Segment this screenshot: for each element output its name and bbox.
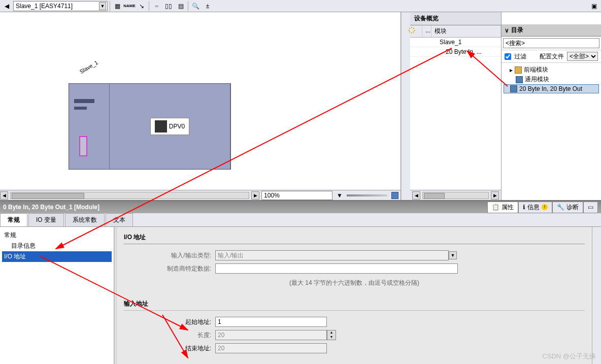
io-type-label: 输入/输出类型: (124, 251, 215, 260)
slot-module[interactable]: DPV0 (110, 84, 230, 169)
start-addr-label: 起始地址: (124, 318, 215, 326)
tab-io-vars[interactable]: IO 变量 (28, 213, 64, 226)
row-vendor: 制造商特定数据: (124, 263, 585, 274)
device-canvas[interactable]: Slave_1 DPV0 (0, 12, 400, 190)
overview-module-col[interactable]: 模块 (431, 25, 501, 37)
start-addr-field[interactable] (215, 317, 327, 327)
grid-icon[interactable]: ▦ (112, 1, 122, 11)
nav-general[interactable]: 常规 (2, 230, 112, 241)
overview-grid: ꙰ ... 模块 Slave_1 20 Byte In, ... (410, 25, 501, 190)
panel-icon[interactable]: ▤ (176, 1, 186, 11)
properties-title: 0 Byte In, 20 Byte Out_1 [Module] (3, 204, 99, 211)
length-field (215, 330, 327, 340)
fit-icon[interactable] (391, 192, 398, 199)
chip-icon (155, 120, 167, 133)
device-dropdown[interactable]: Slave_1 [EASY4711] ▼ (13, 1, 108, 11)
row-module-name: Slave_1 (431, 38, 464, 47)
canvas-wrap: Slave_1 DPV0 ◀ (0, 12, 401, 200)
overview-scroll: ◀ ▶ (410, 190, 501, 200)
device-rack: DPV0 (69, 83, 231, 170)
nav-left-icon[interactable]: ◀ (2, 2, 11, 11)
module-icon (510, 85, 517, 92)
arrow-icon[interactable]: ↘ (137, 1, 147, 11)
scroll-left-icon[interactable]: ◀ (0, 191, 8, 200)
chevron-down-icon: ∨ (505, 27, 509, 34)
folder-icon (515, 67, 522, 74)
section-io-address: I/O 地址 (124, 231, 585, 244)
catalog-tree: ▸ 前端模块 通用模块 20 Byte In, 20 Byte Out (502, 63, 601, 200)
main-area: Slave_1 DPV0 ◀ (0, 12, 601, 200)
overview-tab[interactable]: 设备概览 (410, 12, 501, 25)
row-start-addr: 起始地址: (124, 317, 585, 327)
zoom-caret-icon[interactable]: ▼ (337, 192, 343, 199)
zoom-dropdown-icon[interactable]: ± (203, 1, 213, 11)
zoom-in-icon[interactable]: 🔍 (190, 1, 201, 11)
nav-catalog-info[interactable]: 目录信息 (2, 241, 112, 251)
properties-header: 0 Byte In, 20 Byte Out_1 [Module] 📋 属性 ℹ… (0, 201, 601, 213)
tab-properties[interactable]: 📋 属性 (487, 202, 518, 213)
device-block[interactable]: Slave_1 DPV0 (69, 83, 231, 170)
vendor-field[interactable] (215, 263, 458, 274)
nav-io-address[interactable]: I/O 地址 (2, 251, 112, 262)
info-icon: ℹ (523, 204, 525, 211)
tree-label: 20 Byte In, 20 Byte Out (519, 85, 582, 92)
scroll-right-icon[interactable]: ▶ (251, 191, 259, 200)
name-icon[interactable]: NAME (124, 1, 135, 11)
table-row[interactable]: Slave_1 (410, 38, 501, 47)
network-icon[interactable]: ⎓ (151, 1, 161, 11)
tab-system-const[interactable]: 系统常数 (65, 213, 105, 226)
end-addr-field (215, 343, 327, 353)
property-body: 常规 目录信息 I/O 地址 I/O 地址 输入/输出类型: ▼ 制造商特定数据… (0, 227, 601, 364)
tree-item-20byte[interactable]: 20 Byte In, 20 Byte Out (504, 84, 599, 93)
chip-label: DPV0 (150, 118, 189, 135)
slot-bar-icon (74, 99, 94, 103)
tab-general[interactable]: 常规 (0, 213, 27, 226)
vendor-hint: (最大 14 字节的十六进制数，由逗号或空格分隔) (124, 277, 585, 293)
overview-dots-col: ... (422, 25, 431, 37)
tree-item-general-module[interactable]: 通用模块 (504, 75, 599, 84)
tree-label: 前端模块 (524, 65, 548, 74)
tab-layout-icon[interactable]: ▭ (583, 202, 598, 213)
diagnostic-icon: 🔧 (557, 204, 564, 211)
h-scrollbar[interactable] (422, 192, 489, 199)
connector-icon[interactable] (79, 136, 87, 156)
tree-item-front-module[interactable]: ▸ 前端模块 (504, 65, 599, 75)
top-toolbar: ◀ Slave_1 [EASY4711] ▼ ▦ NAME ↘ ⎓ ▯▯ ▤ 🔍… (0, 0, 601, 12)
property-content: I/O 地址 输入/输出类型: ▼ 制造商特定数据: (最大 14 字节的十六进… (117, 227, 592, 364)
tab-info[interactable]: ℹ 信息 ! (518, 202, 552, 213)
overview-header: ꙰ ... 模块 (410, 25, 501, 38)
spinner[interactable]: ▲▼ (327, 330, 336, 340)
scroll-left-icon[interactable]: ◀ (412, 191, 420, 200)
catalog-panel: ∨ 目录 过滤 配置文件 <全部> ▸ 前端模块 通用模块 20 Byte (502, 12, 601, 200)
vendor-label: 制造商特定数据: (124, 264, 215, 273)
slot-head[interactable] (69, 84, 110, 169)
device-overview-panel: 设备概览 ꙰ ... 模块 Slave_1 20 Byte In, ... ◀ (410, 12, 502, 200)
search-input[interactable] (503, 38, 599, 48)
columns-icon[interactable]: ▯▯ (163, 1, 174, 11)
overview-icon-col: ꙰ (410, 25, 422, 37)
layout-icon[interactable]: ▣ (589, 1, 599, 11)
expand-icon[interactable]: ▸ (510, 67, 513, 74)
filter-checkbox[interactable] (505, 53, 511, 60)
canvas-v-scrollbar[interactable] (401, 12, 410, 200)
catalog-filter-row: 过滤 配置文件 <全部> (502, 50, 601, 63)
canvas-bottom-bar: ◀ ▶ ▼ (0, 190, 400, 200)
catalog-header[interactable]: ∨ 目录 (502, 24, 601, 37)
content-v-scrollbar[interactable] (592, 227, 601, 364)
io-type-field (215, 250, 449, 260)
row-io-type: 输入/输出类型: ▼ (124, 250, 585, 260)
zoom-input[interactable] (261, 191, 332, 200)
properties-panel: 0 Byte In, 20 Byte Out_1 [Module] 📋 属性 ℹ… (0, 200, 601, 364)
h-scrollbar[interactable] (10, 192, 249, 199)
module-icon (516, 76, 523, 83)
scroll-right-icon[interactable]: ▶ (491, 191, 499, 200)
dropdown-icon: ▼ (449, 251, 457, 259)
length-label: 长度: (124, 331, 215, 340)
profile-select[interactable]: <全部> (567, 52, 598, 61)
tab-text[interactable]: 文本 (106, 213, 133, 226)
filter-label: 过滤 (514, 52, 526, 61)
table-row[interactable]: 20 Byte In, ... (410, 47, 501, 57)
tab-diagnostics[interactable]: 🔧 诊断 (552, 202, 583, 213)
zoom-slider[interactable] (347, 194, 387, 196)
warning-badge-icon: ! (542, 204, 548, 210)
